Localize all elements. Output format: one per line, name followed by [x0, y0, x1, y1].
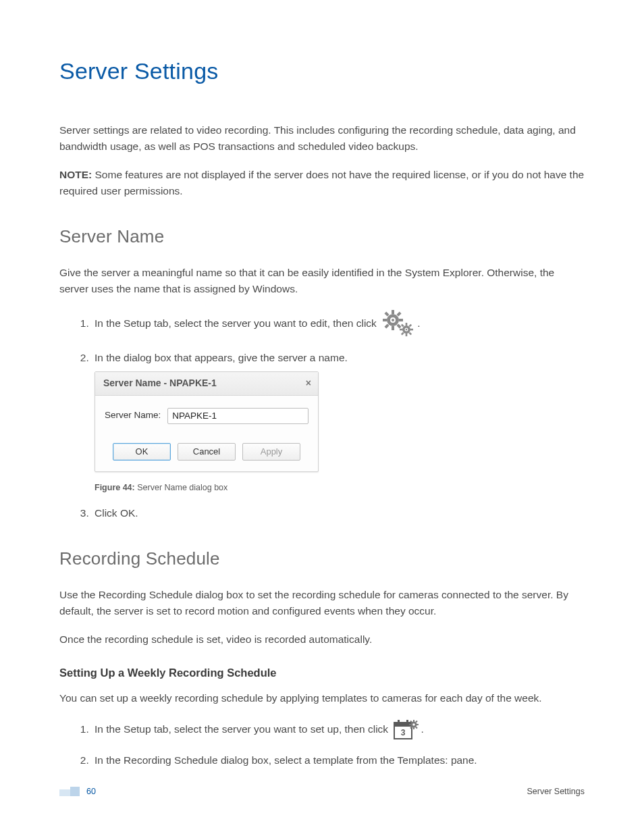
- step-1: In the Setup tab, select the server you …: [92, 309, 585, 339]
- svg-rect-5: [383, 319, 387, 321]
- svg-rect-30: [413, 727, 414, 729]
- svg-point-28: [413, 723, 416, 726]
- note-label: NOTE:: [59, 169, 92, 180]
- page-title: Server Settings: [59, 58, 585, 84]
- svg-rect-16: [400, 329, 402, 331]
- svg-rect-32: [417, 724, 419, 725]
- step-3-ok: OK: [120, 507, 135, 519]
- weekly-step-1-text-b: .: [421, 723, 423, 735]
- cancel-button[interactable]: Cancel: [178, 443, 236, 461]
- server-name-dialog: Server Name - NPAPKE-1 × Server Name: OK…: [95, 371, 319, 472]
- recording-p2: Once the recording schedule is set, vide…: [59, 631, 585, 648]
- weekly-step-1-text-a: In the Setup tab, select the server you …: [95, 723, 388, 735]
- step-1-text-a: In the Setup tab, select the server you …: [95, 317, 377, 329]
- svg-rect-7: [397, 312, 402, 317]
- dialog-title: Server Name - NPAPKE-1: [103, 376, 217, 391]
- figure-caption: Figure 44: Server Name dialog box: [95, 481, 585, 494]
- intro-paragraph: Server settings are related to video rec…: [59, 122, 585, 155]
- page-number: 60: [86, 787, 96, 796]
- recording-p1: Use the Recording Schedule dialog box to…: [59, 587, 585, 619]
- weekly-step-1: In the Setup tab, select the server you …: [92, 719, 585, 741]
- svg-rect-15: [406, 334, 408, 336]
- calendar-gear-icon: 3: [392, 719, 419, 741]
- note-body: Some features are not displayed if the s…: [59, 169, 584, 197]
- footer-logo-blocks: [59, 787, 80, 796]
- note-paragraph: NOTE: Some features are not displayed if…: [59, 167, 585, 199]
- svg-rect-9: [385, 312, 390, 317]
- svg-rect-18: [409, 324, 412, 328]
- footer-left: 60: [59, 787, 96, 796]
- svg-rect-31: [409, 724, 411, 725]
- dialog-buttons: OK Cancel Apply: [95, 443, 318, 471]
- svg-rect-24: [398, 720, 400, 725]
- svg-rect-20: [401, 324, 404, 328]
- step-3: Click OK.: [92, 505, 585, 521]
- weekly-step-2-text: In the Recording Schedule dialog box, se…: [95, 754, 477, 766]
- svg-rect-25: [406, 720, 408, 725]
- svg-rect-6: [399, 319, 403, 321]
- footer-section-label: Server Settings: [527, 787, 585, 796]
- step-3-text-a: Click: [95, 507, 120, 519]
- svg-point-13: [406, 329, 407, 330]
- close-icon[interactable]: ×: [306, 376, 311, 391]
- dialog-figure: Server Name - NPAPKE-1 × Server Name: OK…: [95, 371, 585, 494]
- figure-label: Figure 44:: [95, 483, 135, 492]
- weekly-step-2: In the Recording Schedule dialog box, se…: [92, 752, 585, 768]
- svg-rect-3: [392, 310, 394, 314]
- dialog-titlebar: Server Name - NPAPKE-1 ×: [95, 372, 318, 396]
- step-2-text: In the dialog box that appears, give the…: [95, 352, 348, 363]
- svg-rect-29: [413, 720, 414, 722]
- step-1-text-b: .: [417, 317, 420, 329]
- section-recording-schedule: Recording Schedule: [59, 548, 585, 569]
- svg-text:3: 3: [401, 728, 406, 737]
- figure-text: Server Name dialog box: [135, 483, 228, 492]
- svg-rect-4: [392, 326, 394, 330]
- page-footer: 60 Server Settings: [0, 787, 644, 796]
- svg-rect-19: [401, 332, 404, 336]
- svg-rect-14: [406, 323, 408, 325]
- svg-rect-10: [397, 324, 402, 329]
- svg-rect-21: [409, 332, 412, 336]
- svg-rect-8: [385, 324, 390, 329]
- step-3-text-c: .: [135, 507, 138, 519]
- weekly-intro: You can set up a weekly recording schedu…: [59, 690, 585, 706]
- section-server-name: Server Name: [59, 226, 585, 247]
- dialog-body: Server Name:: [95, 396, 318, 443]
- server-name-input[interactable]: [167, 408, 308, 424]
- server-name-intro: Give the server a meaningful name so tha…: [59, 265, 585, 297]
- subsection-weekly: Setting Up a Weekly Recording Schedule: [59, 667, 585, 679]
- server-name-steps: In the Setup tab, select the server you …: [59, 309, 585, 521]
- server-name-field-label: Server Name:: [105, 409, 161, 423]
- ok-button[interactable]: OK: [113, 443, 171, 461]
- step-2: In the dialog box that appears, give the…: [92, 350, 585, 494]
- svg-point-2: [392, 319, 394, 321]
- gears-icon: [381, 309, 416, 339]
- svg-rect-17: [410, 329, 413, 331]
- apply-button[interactable]: Apply: [242, 443, 300, 461]
- weekly-steps: In the Setup tab, select the server you …: [59, 719, 585, 768]
